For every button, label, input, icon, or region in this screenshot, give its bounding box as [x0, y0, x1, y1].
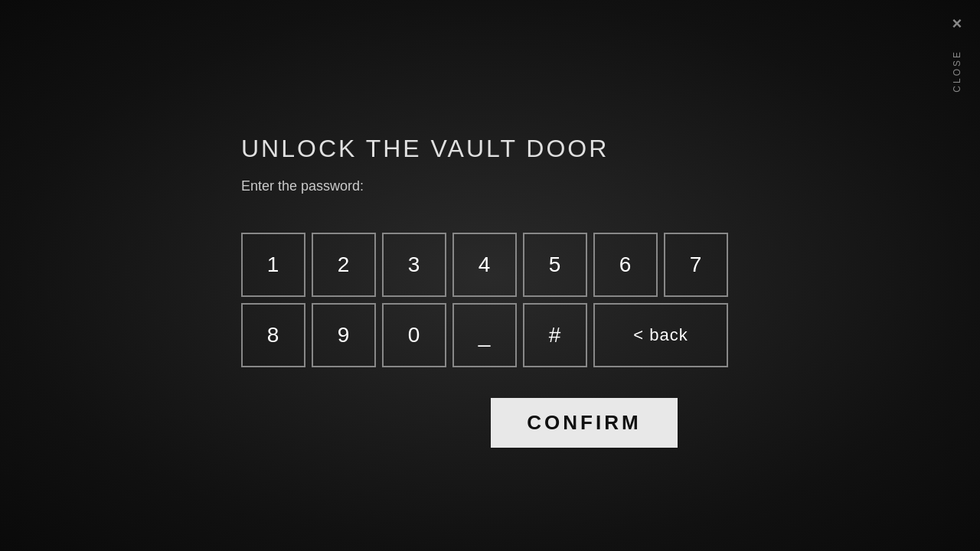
- key-1[interactable]: 1: [241, 233, 305, 297]
- close-label: CLOSE: [952, 50, 962, 93]
- confirm-button[interactable]: CONFIRM: [491, 398, 678, 448]
- page-title: UNLOCK THE VAULT DOOR: [241, 135, 934, 163]
- key-hash[interactable]: #: [523, 303, 587, 367]
- key-7[interactable]: 7: [664, 233, 728, 297]
- key-back[interactable]: < back: [593, 303, 728, 367]
- close-x-icon: ×: [952, 15, 962, 32]
- key-8[interactable]: 8: [241, 303, 305, 367]
- keypad-row-2: 8 9 0 _ # < back: [241, 303, 934, 367]
- key-2[interactable]: 2: [312, 233, 376, 297]
- key-5[interactable]: 5: [523, 233, 587, 297]
- keypad-row-1: 1 2 3 4 5 6 7: [241, 233, 934, 297]
- key-0[interactable]: 0: [382, 303, 446, 367]
- close-panel[interactable]: × CLOSE: [934, 0, 980, 551]
- key-underscore[interactable]: _: [452, 303, 517, 367]
- password-prompt: Enter the password:: [241, 178, 934, 194]
- keypad: 1 2 3 4 5 6 7 8 9 0 _ # < back: [241, 233, 934, 367]
- key-6[interactable]: 6: [593, 233, 658, 297]
- key-9[interactable]: 9: [312, 303, 376, 367]
- key-3[interactable]: 3: [382, 233, 446, 297]
- confirm-area: CONFIRM: [491, 398, 934, 448]
- main-content: UNLOCK THE VAULT DOOR Enter the password…: [0, 0, 934, 551]
- key-4[interactable]: 4: [452, 233, 517, 297]
